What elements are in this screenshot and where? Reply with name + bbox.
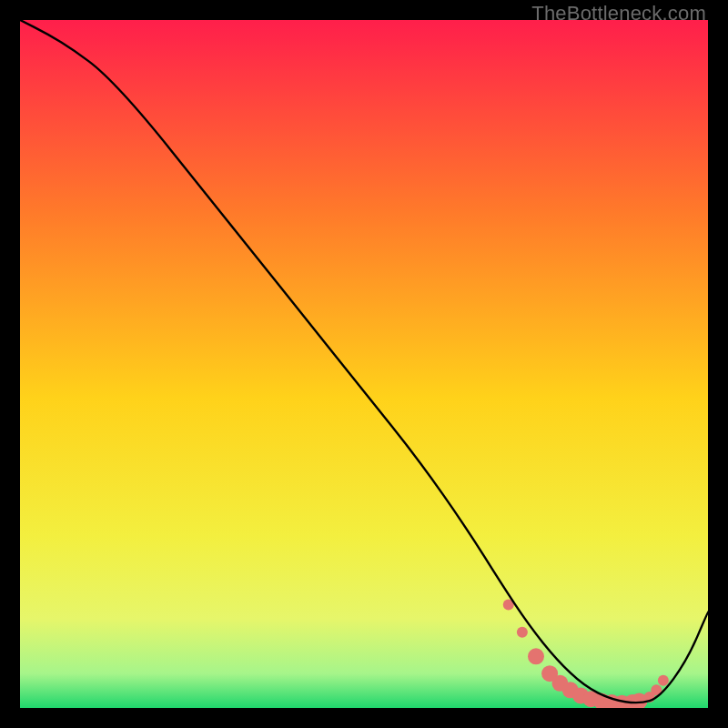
chart-stage: TheBottleneck.com: [0, 0, 728, 728]
gradient-background: [20, 20, 708, 708]
highlight-dot: [517, 627, 528, 638]
plot-area: [20, 20, 708, 708]
highlight-dot: [528, 648, 544, 664]
bottleneck-chart: [20, 20, 708, 708]
highlight-dot: [658, 675, 669, 686]
